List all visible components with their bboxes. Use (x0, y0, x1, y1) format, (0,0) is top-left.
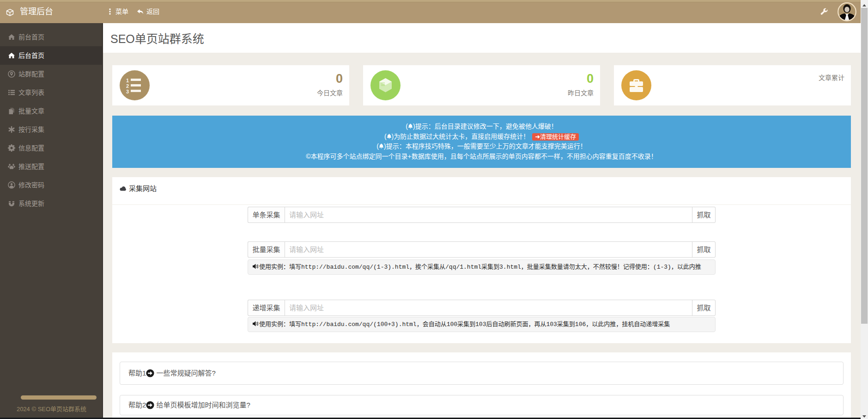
svg-text:3: 3 (126, 89, 129, 94)
svg-text:2: 2 (126, 83, 129, 89)
svg-text:1: 1 (126, 78, 129, 83)
